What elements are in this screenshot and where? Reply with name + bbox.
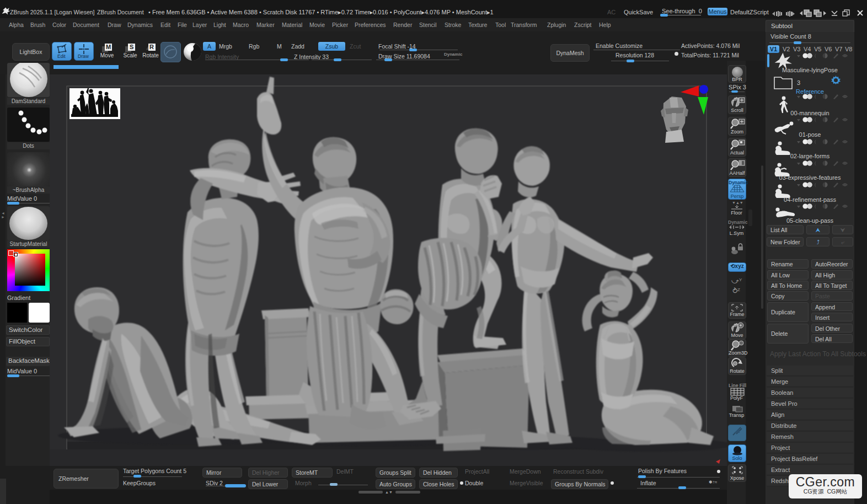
svg-text:R: R [149,44,154,50]
svg-text:Draw: Draw [78,53,89,59]
svg-text:Edit: Edit [57,53,66,59]
svg-text:M: M [106,44,111,50]
svg-text:S: S [130,44,133,50]
